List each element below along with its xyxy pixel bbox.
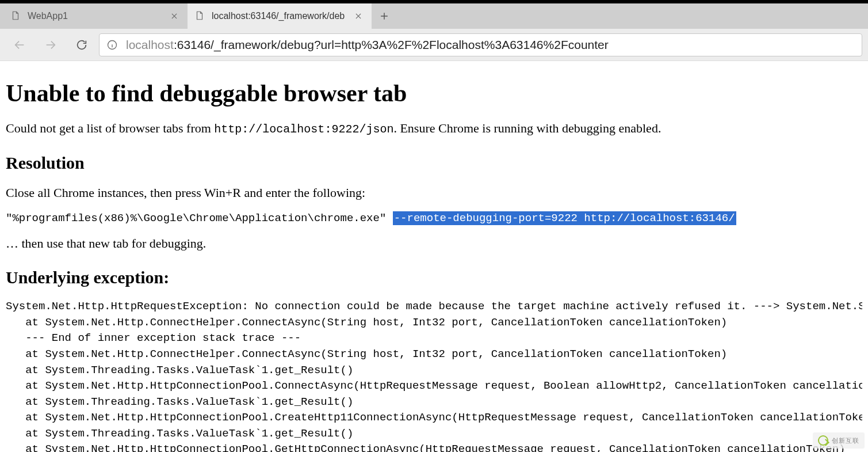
resolution-command: "%programfiles(x86)%\Google\Chrome\Appli…	[6, 212, 862, 225]
watermark-text: 创新互联	[832, 436, 859, 445]
page-icon	[194, 10, 205, 22]
error-url-code: http://localhost:9222/json	[214, 123, 393, 136]
toolbar: localhost:63146/_framework/debug?url=htt…	[0, 29, 868, 61]
tab-debug[interactable]: localhost:63146/_framework/deb	[188, 3, 372, 29]
tab-title: localhost:63146/_framework/deb	[212, 11, 346, 21]
page-title: Unable to find debuggable browser tab	[6, 79, 862, 107]
close-icon[interactable]	[353, 11, 364, 21]
command-args-selected: --remote-debugging-port=9222 http://loca…	[393, 211, 736, 225]
new-tab-button[interactable]	[372, 3, 397, 29]
error-text-pre: Could not get a list of browser tabs fro…	[6, 121, 214, 135]
error-description: Could not get a list of browser tabs fro…	[6, 120, 862, 137]
address-bar[interactable]: localhost:63146/_framework/debug?url=htt…	[99, 33, 862, 56]
tab-bar: WebApp1 localhost:63146/_framework/deb	[0, 3, 868, 29]
watermark-icon	[818, 435, 828, 446]
error-text-post: . Ensure Chrome is running with debuggin…	[393, 121, 661, 135]
exception-heading: Underlying exception:	[6, 268, 862, 287]
tab-webapp1[interactable]: WebApp1	[3, 3, 188, 29]
tab-title: WebApp1	[28, 11, 162, 21]
page-icon	[10, 10, 21, 22]
close-icon[interactable]	[169, 11, 179, 21]
url-text: localhost:63146/_framework/debug?url=htt…	[126, 38, 609, 52]
page-content: Unable to find debuggable browser tab Co…	[0, 61, 868, 452]
resolution-instruction: Close all Chrome instances, then press W…	[6, 184, 862, 202]
url-host: localhost	[126, 38, 174, 51]
resolution-followup: … then use that new tab for debugging.	[6, 235, 862, 252]
resolution-heading: Resolution	[6, 153, 862, 173]
watermark: 创新互联	[813, 432, 865, 449]
forward-button[interactable]	[37, 33, 64, 56]
site-info-icon[interactable]	[106, 39, 118, 51]
stack-trace: System.Net.Http.HttpRequestException: No…	[6, 299, 862, 452]
refresh-button[interactable]	[68, 33, 95, 56]
back-button[interactable]	[6, 33, 33, 56]
url-path: :63146/_framework/debug?url=http%3A%2F%2…	[174, 38, 609, 51]
command-path: "%programfiles(x86)%\Google\Chrome\Appli…	[6, 212, 393, 225]
